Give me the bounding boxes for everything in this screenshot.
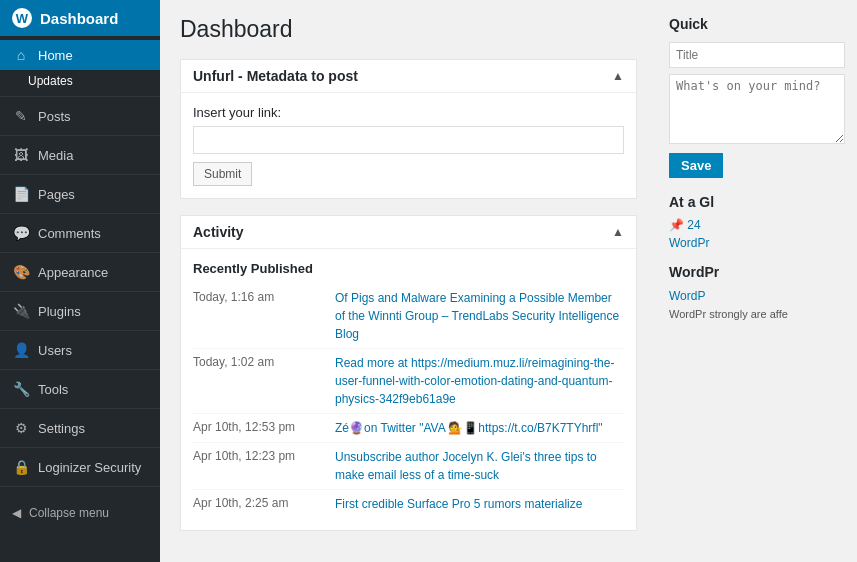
unfurl-submit-button[interactable]: Submit xyxy=(193,162,252,186)
recently-published-title: Recently Published xyxy=(193,261,624,276)
sidebar-item-appearance[interactable]: 🎨 Appearance xyxy=(0,257,160,287)
posts-icon: ✎ xyxy=(12,108,30,124)
sidebar-item-posts-label: Posts xyxy=(38,109,71,124)
nav-divider-3 xyxy=(0,174,160,175)
nav-divider-1 xyxy=(0,96,160,97)
wp-news-panel: WordPr WordP WordPr strongly are affe xyxy=(669,264,845,322)
nav-divider-9 xyxy=(0,408,160,409)
wp-news-link[interactable]: WordP xyxy=(669,289,705,303)
sidebar-item-media-label: Media xyxy=(38,148,73,163)
page-title: Dashboard xyxy=(180,16,637,43)
collapse-menu-label: Collapse menu xyxy=(29,506,109,520)
loginizer-icon: 🔒 xyxy=(12,459,30,475)
activity-date-0: Today, 1:16 am xyxy=(193,289,323,304)
activity-link-2[interactable]: Zé🔮on Twitter "AVA 💁📱https://t.co/B7K7TY… xyxy=(335,419,603,437)
sidebar-item-home-label: Home xyxy=(38,48,73,63)
nav-divider-11 xyxy=(0,486,160,487)
quick-draft-content-input[interactable] xyxy=(669,74,845,144)
sidebar-title: Dashboard xyxy=(40,10,118,27)
activity-link-4[interactable]: First credible Surface Pro 5 rumors mate… xyxy=(335,495,582,513)
activity-item-3: Apr 10th, 12:23 pm Unsubscribe author Jo… xyxy=(193,443,624,490)
comments-icon: 💬 xyxy=(12,225,30,241)
wp-news-body: WordPr strongly are affe xyxy=(669,307,845,322)
quick-draft-panel: Quick Save xyxy=(669,16,845,178)
activity-date-4: Apr 10th, 2:25 am xyxy=(193,495,323,510)
sidebar-item-updates[interactable]: Updates xyxy=(0,70,160,92)
unfurl-card-header: Unfurl - Metadata to post ▲ xyxy=(181,60,636,93)
activity-card-toggle[interactable]: ▲ xyxy=(612,225,624,239)
users-icon: 👤 xyxy=(12,342,30,358)
wp-news-title: WordPr xyxy=(669,264,845,280)
nav-divider-4 xyxy=(0,213,160,214)
sidebar-item-pages[interactable]: 📄 Pages xyxy=(0,179,160,209)
sidebar-item-appearance-label: Appearance xyxy=(38,265,108,280)
nav-divider-2 xyxy=(0,135,160,136)
at-a-glance-number: 24 xyxy=(687,218,700,232)
right-panel: Quick Save At a Gl 📌 24 WordPr WordPr Wo… xyxy=(657,0,857,562)
at-a-glance-wp-label[interactable]: WordPr xyxy=(669,236,845,250)
sidebar-item-tools[interactable]: 🔧 Tools xyxy=(0,374,160,404)
quick-draft-title-input[interactable] xyxy=(669,42,845,68)
tools-icon: 🔧 xyxy=(12,381,30,397)
nav-section-main: ⌂ Home Updates ✎ Posts 🖼 Media 📄 Pages 💬… xyxy=(0,36,160,495)
sidebar-item-pages-label: Pages xyxy=(38,187,75,202)
sidebar-item-home[interactable]: ⌂ Home xyxy=(0,40,160,70)
home-icon: ⌂ xyxy=(12,47,30,63)
sidebar-header[interactable]: W Dashboard xyxy=(0,0,160,36)
activity-card-body: Recently Published Today, 1:16 am Of Pig… xyxy=(181,249,636,530)
nav-divider-7 xyxy=(0,330,160,331)
sidebar-item-plugins-label: Plugins xyxy=(38,304,81,319)
activity-item-2: Apr 10th, 12:53 pm Zé🔮on Twitter "AVA 💁📱… xyxy=(193,414,624,443)
pin-icon: 📌 xyxy=(669,218,684,232)
collapse-arrow-icon: ◀ xyxy=(12,506,21,520)
quick-draft-save-button[interactable]: Save xyxy=(669,153,723,178)
activity-card-header: Activity ▲ xyxy=(181,216,636,249)
activity-link-0[interactable]: Of Pigs and Malware Examining a Possible… xyxy=(335,289,624,343)
media-icon: 🖼 xyxy=(12,147,30,163)
unfurl-card-title: Unfurl - Metadata to post xyxy=(193,68,358,84)
sidebar-item-tools-label: Tools xyxy=(38,382,68,397)
unfurl-card-body: Insert your link: Submit xyxy=(181,93,636,198)
sidebar: W Dashboard ⌂ Home Updates ✎ Posts 🖼 Med… xyxy=(0,0,160,562)
unfurl-link-input[interactable] xyxy=(193,126,624,154)
activity-link-3[interactable]: Unsubscribe author Jocelyn K. Glei's thr… xyxy=(335,448,624,484)
at-a-glance-panel: At a Gl 📌 24 WordPr xyxy=(669,194,845,250)
collapse-menu-button[interactable]: ◀ Collapse menu xyxy=(0,499,160,527)
main-content: Dashboard Unfurl - Metadata to post ▲ In… xyxy=(160,0,657,562)
sidebar-item-settings[interactable]: ⚙ Settings xyxy=(0,413,160,443)
sidebar-item-settings-label: Settings xyxy=(38,421,85,436)
sidebar-item-comments[interactable]: 💬 Comments xyxy=(0,218,160,248)
appearance-icon: 🎨 xyxy=(12,264,30,280)
activity-item-0: Today, 1:16 am Of Pigs and Malware Exami… xyxy=(193,284,624,349)
at-a-glance-count[interactable]: 📌 24 xyxy=(669,218,845,232)
settings-icon: ⚙ xyxy=(12,420,30,436)
sidebar-item-media[interactable]: 🖼 Media xyxy=(0,140,160,170)
wp-logo-icon: W xyxy=(12,8,32,28)
quick-draft-title: Quick xyxy=(669,16,845,32)
sidebar-item-updates-label: Updates xyxy=(28,74,73,88)
sidebar-item-posts[interactable]: ✎ Posts xyxy=(0,101,160,131)
activity-item-1: Today, 1:02 am Read more at https://medi… xyxy=(193,349,624,414)
sidebar-item-plugins[interactable]: 🔌 Plugins xyxy=(0,296,160,326)
pages-icon: 📄 xyxy=(12,186,30,202)
activity-date-2: Apr 10th, 12:53 pm xyxy=(193,419,323,434)
nav-divider-10 xyxy=(0,447,160,448)
activity-item-4: Apr 10th, 2:25 am First credible Surface… xyxy=(193,490,624,518)
sidebar-item-comments-label: Comments xyxy=(38,226,101,241)
activity-link-1[interactable]: Read more at https://medium.muz.li/reima… xyxy=(335,354,624,408)
nav-divider-5 xyxy=(0,252,160,253)
unfurl-form-label: Insert your link: xyxy=(193,105,624,120)
sidebar-item-loginizer[interactable]: 🔒 Loginizer Security xyxy=(0,452,160,482)
activity-date-1: Today, 1:02 am xyxy=(193,354,323,369)
unfurl-card-toggle[interactable]: ▲ xyxy=(612,69,624,83)
activity-card-title: Activity xyxy=(193,224,244,240)
activity-date-3: Apr 10th, 12:23 pm xyxy=(193,448,323,463)
sidebar-item-loginizer-label: Loginizer Security xyxy=(38,460,141,475)
sidebar-item-users-label: Users xyxy=(38,343,72,358)
unfurl-card: Unfurl - Metadata to post ▲ Insert your … xyxy=(180,59,637,199)
at-a-glance-title: At a Gl xyxy=(669,194,845,210)
nav-divider-6 xyxy=(0,291,160,292)
activity-card: Activity ▲ Recently Published Today, 1:1… xyxy=(180,215,637,531)
sidebar-item-users[interactable]: 👤 Users xyxy=(0,335,160,365)
nav-divider-8 xyxy=(0,369,160,370)
